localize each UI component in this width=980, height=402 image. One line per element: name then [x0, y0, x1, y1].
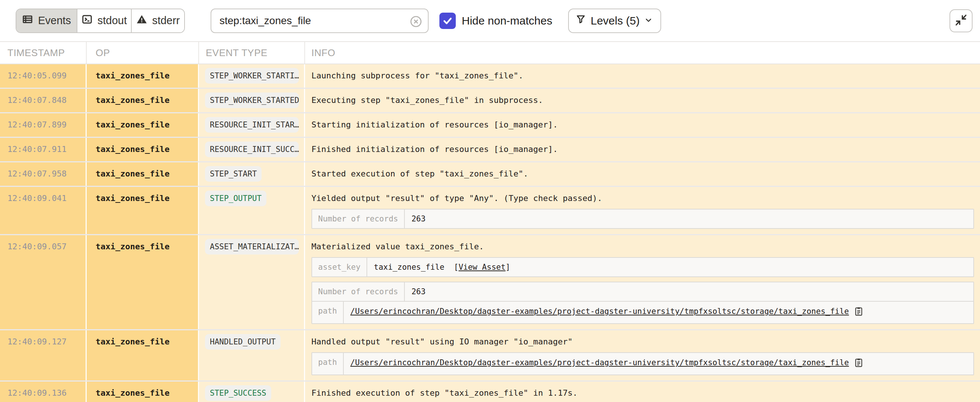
levels-dropdown-button[interactable]: Levels (5) — [568, 8, 661, 33]
log-row: 12:40:09.136 taxi_zones_file STEP_SUCCES… — [0, 381, 980, 402]
hide-non-matches-toggle[interactable]: Hide non-matches — [439, 13, 552, 29]
view-asset-link[interactable]: View Asset — [458, 263, 505, 272]
event-type-badge: RESOURCE_INIT_STAR… — [205, 117, 299, 133]
event-type-badge: STEP_START — [205, 166, 262, 182]
metadata-key: path — [312, 353, 344, 375]
log-message: Materialized value taxi_zones_file. — [312, 240, 974, 253]
timestamp-cell: 12:40:07.911 — [0, 138, 87, 161]
info-cell: Launching subprocess for "taxi_zones_fil… — [305, 64, 980, 88]
metadata-value: /Users/erincochran/Desktop/dagster-examp… — [344, 302, 973, 323]
metadata-value: 263 — [405, 282, 973, 301]
info-cell: Handled output "result" using IO manager… — [305, 330, 980, 380]
timestamp-cell: 12:40:07.899 — [0, 113, 87, 137]
log-message: Handled output "result" using IO manager… — [312, 335, 974, 348]
log-row: 12:40:07.848 taxi_zones_file STEP_WORKER… — [0, 89, 980, 113]
tab-stderr-label: stderr — [152, 14, 180, 27]
table-icon — [22, 14, 33, 27]
log-message: Launching subprocess for "taxi_zones_fil… — [312, 69, 974, 82]
hide-non-matches-label: Hide non-matches — [462, 14, 552, 27]
event-type-badge: ASSET_MATERIALIZAT… — [205, 239, 299, 255]
log-row: 12:40:09.127 taxi_zones_file HANDLED_OUT… — [0, 330, 980, 381]
tab-events-label: Events — [38, 14, 71, 27]
log-row: 12:40:07.911 taxi_zones_file RESOURCE_IN… — [0, 138, 980, 162]
op-cell: taxi_zones_file — [87, 64, 199, 88]
tab-stdout-label: stdout — [97, 14, 127, 27]
filter-funnel-icon — [576, 14, 586, 27]
tab-stderr[interactable]: stderr — [132, 9, 184, 32]
log-view-tab-group: Events stdout stderr — [16, 8, 185, 33]
log-message: Started execution of step "taxi_zones_fi… — [312, 167, 974, 180]
op-cell: taxi_zones_file — [87, 89, 199, 112]
metadata-row: path /Users/erincochran/Desktop/dagster-… — [312, 353, 973, 375]
info-cell: Materialized value taxi_zones_file. asse… — [305, 235, 980, 329]
metadata-row: Number of records 263 — [312, 209, 973, 228]
event-type-cell: STEP_START — [199, 162, 305, 186]
log-row: 12:40:05.099 taxi_zones_file STEP_WORKER… — [0, 64, 980, 89]
hide-non-matches-checkbox[interactable] — [439, 13, 456, 29]
event-type-cell: STEP_OUTPUT — [199, 187, 305, 234]
op-cell: taxi_zones_file — [87, 187, 199, 234]
timestamp-cell: 12:40:07.958 — [0, 162, 87, 186]
levels-label: Levels (5) — [590, 14, 640, 27]
log-message: Executing step "taxi_zones_file" in subp… — [312, 93, 974, 107]
log-row: 12:40:09.041 taxi_zones_file STEP_OUTPUT… — [0, 187, 980, 235]
metadata-row: path /Users/erincochran/Desktop/dagster-… — [312, 301, 973, 323]
log-message: Finished execution of step "taxi_zones_f… — [312, 386, 974, 400]
metadata-value: 263 — [405, 209, 973, 228]
event-type-badge: HANDLED_OUTPUT — [205, 334, 280, 350]
timestamp-cell: 12:40:05.099 — [0, 64, 87, 88]
op-cell: taxi_zones_file — [87, 330, 199, 380]
metadata-table: Number of records 263 — [312, 209, 974, 229]
event-type-badge: RESOURCE_INIT_SUCC… — [205, 142, 299, 157]
terminal-icon — [81, 14, 93, 27]
metadata-row: asset_key taxi_zones_file [View Asset] — [312, 258, 973, 276]
event-type-cell: RESOURCE_INIT_STAR… — [199, 113, 305, 137]
metadata-key: path — [312, 302, 344, 323]
op-cell: taxi_zones_file — [87, 138, 199, 161]
clear-filter-icon[interactable] — [409, 15, 423, 28]
event-type-cell: STEP_WORKER_STARTI… — [199, 64, 305, 88]
log-row: 12:40:09.057 taxi_zones_file ASSET_MATER… — [0, 235, 980, 330]
collapse-arrows-icon — [955, 13, 968, 28]
event-type-badge: STEP_SUCCESS — [205, 385, 271, 401]
copy-icon[interactable] — [853, 358, 864, 370]
event-type-badge: STEP_OUTPUT — [205, 191, 266, 206]
metadata-row: Number of records 263 — [312, 282, 973, 301]
asset-key-suffix: ] — [506, 263, 511, 272]
copy-icon[interactable] — [853, 306, 864, 319]
op-cell: taxi_zones_file — [87, 381, 199, 402]
info-cell: Started execution of step "taxi_zones_fi… — [305, 162, 980, 186]
tab-events[interactable]: Events — [16, 9, 77, 32]
path-link[interactable]: /Users/erincochran/Desktop/dagster-examp… — [350, 358, 849, 367]
metadata-table: Number of records 263 path /Users/erinco… — [312, 282, 974, 324]
metadata-key: Number of records — [312, 209, 405, 228]
column-header-op: OP — [87, 42, 199, 63]
column-header-info: INFO — [305, 42, 980, 63]
metadata-table: asset_key taxi_zones_file [View Asset] — [312, 257, 974, 277]
log-filter-input[interactable] — [211, 9, 428, 32]
event-type-cell: HANDLED_OUTPUT — [199, 330, 305, 380]
column-header-event-type: EVENT TYPE — [199, 42, 305, 63]
log-message: Finished initialization of resources [io… — [312, 142, 974, 156]
tab-stdout[interactable]: stdout — [77, 9, 132, 32]
metadata-key: asset_key — [312, 258, 367, 276]
metadata-value: /Users/erincochran/Desktop/dagster-examp… — [344, 353, 973, 375]
timestamp-cell: 12:40:09.136 — [0, 381, 87, 402]
path-link[interactable]: /Users/erincochran/Desktop/dagster-examp… — [350, 307, 849, 316]
event-type-cell: STEP_SUCCESS — [199, 381, 305, 402]
run-logs-toolbar: Events stdout stderr — [0, 0, 980, 42]
info-cell: Finished initialization of resources [io… — [305, 138, 980, 161]
info-cell: Starting initialization of resources [io… — [305, 113, 980, 137]
event-type-badge: STEP_WORKER_STARTI… — [205, 68, 299, 84]
event-type-badge: STEP_WORKER_STARTED — [205, 92, 299, 108]
op-cell: taxi_zones_file — [87, 113, 199, 137]
chevron-down-icon — [644, 14, 653, 27]
timestamp-cell: 12:40:07.848 — [0, 89, 87, 112]
event-type-cell: STEP_WORKER_STARTED — [199, 89, 305, 112]
warning-icon — [136, 14, 147, 27]
metadata-key: Number of records — [312, 282, 405, 301]
collapse-panel-button[interactable] — [950, 9, 972, 32]
log-rows: 12:40:05.099 taxi_zones_file STEP_WORKER… — [0, 64, 980, 402]
log-table-header: TIMESTAMP OP EVENT TYPE INFO — [0, 42, 980, 64]
log-row: 12:40:07.899 taxi_zones_file RESOURCE_IN… — [0, 113, 980, 138]
